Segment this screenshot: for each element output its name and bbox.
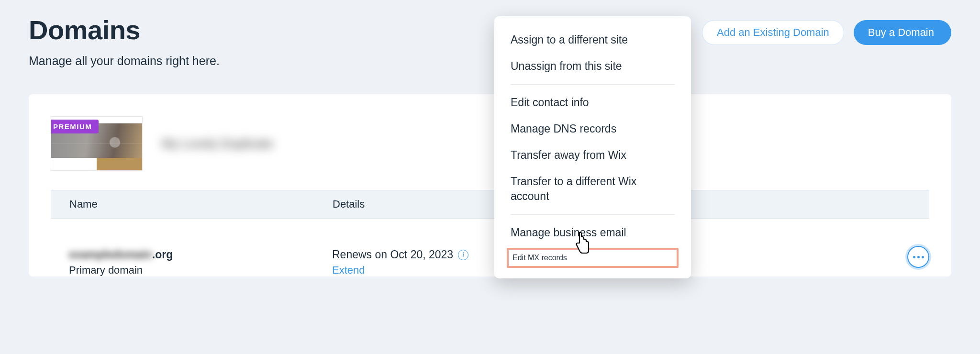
info-icon[interactable]: i (458, 250, 468, 260)
menu-separator (511, 84, 675, 85)
menu-edit-mx-label: Edit MX records (512, 254, 567, 262)
menu-transfer-away[interactable]: Transfer away from Wix (494, 142, 691, 168)
buy-domain-button[interactable]: Buy a Domain (854, 20, 951, 45)
site-summary: PREMIUM My Lovely Duplicate (51, 116, 929, 171)
domain-actions-menu: Assign to a different site Unassign from… (494, 16, 691, 278)
table-row: exampledomain.org Primary domain Renews … (51, 219, 929, 277)
menu-business-email[interactable]: Manage business email (494, 220, 691, 246)
domain-name: exampledomain.org (69, 248, 332, 261)
page-header: Domains Manage all your domains right he… (29, 14, 951, 68)
page-title: Domains (29, 14, 220, 45)
menu-manage-dns[interactable]: Manage DNS records (494, 116, 691, 142)
renew-text: Renews on Oct 20, 2023 (332, 248, 453, 261)
pointer-cursor-icon (573, 232, 591, 254)
domain-hidden-part: exampledomain (69, 248, 152, 261)
page-subtitle: Manage all your domains right here. (29, 54, 220, 68)
add-existing-domain-label: Add an Existing Domain (717, 26, 829, 39)
domain-subtext: Primary domain (69, 264, 332, 277)
buy-domain-label: Buy a Domain (868, 26, 934, 39)
column-name: Name (69, 198, 333, 210)
menu-separator (511, 214, 675, 215)
domain-suffix: .org (152, 248, 173, 261)
site-name: My Lovely Duplicate (162, 136, 273, 151)
table-header: Name Details (51, 190, 929, 219)
menu-edit-contact[interactable]: Edit contact info (494, 89, 691, 116)
header-actions: Add an Existing Domain Buy a Domain (702, 14, 951, 45)
menu-assign-site[interactable]: Assign to a different site (494, 27, 691, 53)
site-thumbnail: PREMIUM (51, 116, 143, 171)
more-actions-button[interactable] (907, 246, 929, 268)
domains-card: PREMIUM My Lovely Duplicate Name Details… (29, 94, 951, 277)
add-existing-domain-button[interactable]: Add an Existing Domain (702, 20, 844, 45)
menu-edit-mx-highlighted[interactable]: Edit MX records (507, 248, 679, 268)
premium-badge: PREMIUM (51, 120, 99, 133)
menu-unassign-site[interactable]: Unassign from this site (494, 53, 691, 79)
menu-transfer-account[interactable]: Transfer to a different Wix account (494, 168, 691, 210)
